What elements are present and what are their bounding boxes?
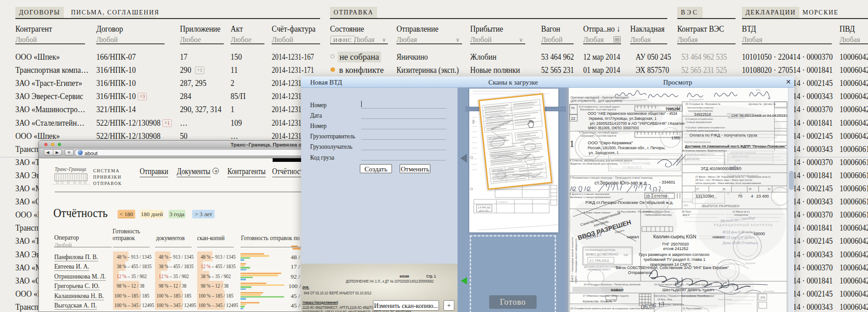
svg-text:Відмітки, не обов'язкові для з: Відмітки, не обов'язкові для залізниці [571,162,618,165]
svg-text:3 1 ТРА 2013: 3 1 ТРА 2013 [590,259,609,262]
svg-text:1: 1 [570,139,574,149]
svg-text:13 Сумма объявленной ценности: 13 Сумма объявленной ценности [727,174,759,177]
svg-text:Наименование: Наименование [718,298,732,301]
svg-text:13 П 1 9 Ж: 13 П 1 9 Ж [687,156,698,159]
svg-text:ТОВАР ПОСТУПИВ: ТОВАР ПОСТУПИВ [619,161,650,165]
svg-text:ПСКОВСКАЯ ТАМОЖНЯ: ПСКОВСКАЯ ТАМОЖНЯ [730,151,756,154]
svg-text:ООО "Евро-Керамика": ООО "Евро-Керамика" [588,140,633,145]
svg-text:ДЕРЖАВНА ЕКОЛОГІЧНА ІНСПЕКЦІЯ: ДЕРЖАВНА ЕКОЛОГІЧНА ІНСПЕКЦІЯ [584,266,621,268]
svg-text:25 Отправка № - Відправка №: 25 Отправка № - Відправка № [685,103,721,105]
svg-text:2013: 2013 [735,159,740,162]
svg-text:- 334601: - 334601 [659,180,675,184]
svg-text:50 Приз: 50 Приз [682,210,691,213]
svg-text:требований ТУ раздел II, глава: требований ТУ раздел II, глава 1 [643,257,705,262]
svg-text:ГНГ 25070020: ГНГ 25070020 [662,242,689,246]
svg-text:ст.Зерново Юго-зап.ж.д.: ст.Зерново Юго-зап.ж.д. [594,180,648,185]
svg-text:7095290: 7095290 [665,107,680,111]
svg-text:23 Плательщик за перевозку: 23 Плательщик за перевозку [727,113,755,115]
svg-text:по чемоданту: по чемоданту [497,201,507,203]
svg-text:России: России [694,197,703,199]
svg-text:7 Пограничные станции перехода: 7 Пограничные станции перехода – Прикорд… [570,176,653,179]
svg-text:ул. Заводская, 1: ул. Заводская, 1 [589,151,619,155]
svg-text:Капитейнер: Капитейнер [763,290,774,293]
svg-text:Одержувач: Одержувач [745,262,756,265]
svg-text:импортных грузов: импортных грузов [728,117,745,119]
svg-text:ПСКОВСКАЯ ТАМОЖНЯ: ПСКОВСКАЯ ТАМОЖНЯ [615,157,649,161]
svg-text:Дод-З: Дод-З [683,213,690,216]
svg-text:Россия, 181500, Псковская обл.: Россия, 181500, Псковская обл., г. Печор… [588,146,665,150]
svg-text:ДОСТ. ВО: ДОСТ. ВО [479,210,489,212]
svg-text:етснв 241252: етснв 241252 [663,246,689,251]
svg-text:У ВІННИЦЬКІЙ ОБЛАСТІ: У ВІННИЦЬКІЙ ОБЛАСТІ [587,268,610,271]
svg-text:- Договор № - Договір №: - Договор № - Договір № [747,103,776,105]
svg-text:ПСКОВСКАЯ: ПСКОВСКАЯ [694,193,711,196]
svg-text:Отметки станции: Отметки станции [684,278,701,280]
svg-text:17 ИЮЛ 2013: 17 ИЮЛ 2013 [623,166,642,169]
svg-text:Груз размещен и закреплен согл: Груз размещен и закреплен согласно [639,252,709,257]
svg-text:375: 375 [760,296,765,299]
svg-text:СМГС – Накладна малої швидкост: СМГС – Накладна малої швидкості [575,239,577,283]
svg-text:МЫТНИЦА ОФОРМЛЕНО: МЫТНИЦА ОФОРМЛЕНО [687,153,715,156]
svg-text:ЖДПП ПЕЧОРЫ: ЖДПП ПЕЧОРЫ [731,155,749,158]
svg-text:СМГС – Накладная малой скорост: СМГС – Накладная малой скорости [571,237,574,282]
svg-text:29: 29 [740,193,742,195]
svg-text:Количество- Кількість: Количество- Кількість [583,300,613,303]
svg-text:Особливі заяви відправника: Особливі заяви відправника [684,141,711,143]
svg-text:986: 986 [684,204,689,207]
svg-text:1 8 ТРА 203: 1 8 ТРА 203 [478,206,491,209]
svg-text:27: 27 [696,188,699,190]
svg-text:28: 28 [727,193,730,195]
svg-text:РОССИИ: РОССИИ [683,200,693,203]
